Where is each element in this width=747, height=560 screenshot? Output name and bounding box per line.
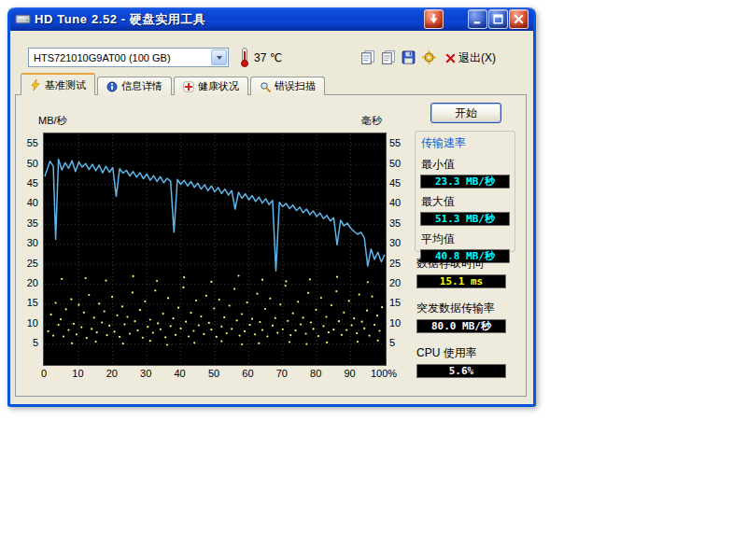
y-axis-tick-right: 40 <box>389 198 410 208</box>
window-title: HD Tune 2.52 - 硬盘实用工具 <box>35 11 206 28</box>
tab-label: 健康状况 <box>198 79 239 93</box>
stat-value: 23.3 MB/秒 <box>420 175 510 189</box>
y-axis-tick-left: 5 <box>18 338 38 348</box>
chevron-down-icon <box>217 56 222 60</box>
options-button[interactable] <box>421 49 437 65</box>
drive-select-dropdown-button[interactable] <box>211 49 227 65</box>
y-axis-tick-left: 15 <box>18 298 38 308</box>
y-axis-tick-right: 50 <box>389 159 410 169</box>
stat-label: CPU 使用率 <box>416 345 519 361</box>
y-axis-tick-left: 35 <box>18 218 38 229</box>
y-axis-tick-right: 25 <box>389 259 410 269</box>
y-axis-tick-right: 35 <box>389 218 410 229</box>
y-axis-tick-right: 55 <box>389 138 410 148</box>
x-axis-tick: 60 <box>233 369 261 379</box>
x-axis-tick: 10 <box>63 369 92 379</box>
x-axis-tick: 80 <box>302 369 330 379</box>
minimize-icon <box>472 13 484 25</box>
maximize-icon <box>492 13 504 25</box>
thermometer-icon <box>239 48 250 67</box>
tab-health[interactable]: 健康状况 <box>174 77 248 95</box>
stat-value: 80.0 MB/秒 <box>416 319 506 333</box>
stat-block: 数据存取时间15.1 ms <box>415 256 519 288</box>
gear-icon <box>421 49 437 65</box>
benchmark-tab-panel: MB/秒 毫秒 开始 传输速率 最小值23.3 MB/秒最大值51.3 MB/秒… <box>15 94 527 397</box>
x-axis-tick: 90 <box>336 369 364 379</box>
stat-label: 突发数据传输率 <box>416 301 519 316</box>
tab-strip: 基准测试信息详情健康状况错误扫描 <box>21 73 327 95</box>
tab-label: 基准测试 <box>45 78 86 92</box>
x-axis-tick: 20 <box>98 369 126 379</box>
x-axis-tick: 40 <box>166 369 194 379</box>
tab-info[interactable]: 信息详情 <box>97 77 172 95</box>
x-axis-tick: 50 <box>200 369 228 379</box>
tab-label: 错误扫描 <box>275 79 316 93</box>
stat-block: CPU 使用率5.6% <box>415 345 519 378</box>
x-axis-tick: 0 <box>30 369 58 379</box>
close-button[interactable] <box>509 9 529 29</box>
stat-block: 突发数据传输率80.0 MB/秒 <box>415 301 519 333</box>
titlebar[interactable]: HD Tune 2.52 - 硬盘实用工具 <box>10 7 533 31</box>
stat-value: 51.3 MB/秒 <box>420 212 510 226</box>
tab-error-scan[interactable]: 错误扫描 <box>250 77 325 95</box>
benchmark-icon <box>30 79 41 91</box>
exit-button[interactable]: 退出(X) <box>445 50 496 66</box>
update-download-button[interactable] <box>424 9 444 29</box>
left-axis-label: MB/秒 <box>38 114 67 128</box>
y-axis-tick-right: 30 <box>389 238 410 248</box>
y-axis-tick-left: 10 <box>18 318 38 329</box>
red-x-icon <box>445 53 456 63</box>
info-icon <box>106 81 118 92</box>
stat-value: 15.1 ms <box>416 274 506 288</box>
copy-screenshot-button[interactable] <box>359 49 375 65</box>
y-axis-tick-left: 45 <box>18 178 38 189</box>
y-axis-tick-right: 20 <box>389 278 410 288</box>
minimize-button[interactable] <box>468 9 487 29</box>
transfer-stats-rows: 最小值23.3 MB/秒最大值51.3 MB/秒平均值40.8 MB/秒 <box>416 157 514 263</box>
drive-select-value: HTS721010G9AT00 (100 GB) <box>29 52 211 63</box>
y-axis-tick-left: 50 <box>18 159 38 169</box>
y-axis-tick-right: 15 <box>389 298 410 308</box>
y-axis-tick-right: 10 <box>389 318 410 329</box>
drive-select[interactable]: HTS721010G9AT00 (100 GB) <box>28 48 229 67</box>
floppy-disk-icon <box>401 49 416 65</box>
stat-label: 数据存取时间 <box>416 256 519 272</box>
hard-disk-app-icon <box>15 11 31 27</box>
x-axis-tick: 30 <box>132 369 160 379</box>
exit-label: 退出(X) <box>458 50 496 66</box>
tab-label: 信息详情 <box>121 79 162 93</box>
start-button[interactable]: 开始 <box>430 103 501 123</box>
y-axis-tick-left: 20 <box>18 278 38 288</box>
stat-label: 平均值 <box>421 231 514 247</box>
error-scan-icon <box>260 81 271 92</box>
save-screenshot-button[interactable] <box>401 49 416 65</box>
extra-stats: 数据存取时间15.1 ms突发数据传输率80.0 MB/秒CPU 使用率5.6% <box>415 256 519 390</box>
copy-text-button[interactable] <box>380 49 396 65</box>
right-axis-label: 毫秒 <box>361 114 382 128</box>
temperature-value: 37 ℃ <box>254 51 282 64</box>
y-axis-tick-right: 45 <box>389 178 410 189</box>
health-icon <box>183 81 194 92</box>
y-axis-tick-left: 55 <box>18 138 38 148</box>
copy-text-pages-icon <box>380 49 396 65</box>
close-icon <box>513 13 525 25</box>
benchmark-chart <box>43 133 387 366</box>
transfer-rate-group-title: 传输速率 <box>421 135 514 151</box>
stat-value: 5.6% <box>416 364 506 378</box>
maximize-button[interactable] <box>488 9 508 29</box>
y-axis-tick-right: 5 <box>389 338 410 348</box>
app-window: HD Tune 2.52 - 硬盘实用工具 HTS721010G9AT00 (1… <box>7 7 536 407</box>
stat-label: 最小值 <box>421 157 514 173</box>
y-axis-tick-left: 40 <box>18 198 38 208</box>
x-axis-tick: 100% <box>370 369 398 379</box>
x-axis-tick: 70 <box>268 369 296 379</box>
download-arrow-icon <box>428 13 440 25</box>
copy-pages-icon <box>359 49 375 65</box>
stat-label: 最大值 <box>421 194 514 210</box>
tab-benchmark[interactable]: 基准测试 <box>21 73 95 95</box>
y-axis-tick-left: 30 <box>18 238 38 248</box>
y-axis-tick-left: 25 <box>18 259 38 269</box>
transfer-rate-group: 传输速率 最小值23.3 MB/秒最大值51.3 MB/秒平均值40.8 MB/… <box>415 131 515 252</box>
